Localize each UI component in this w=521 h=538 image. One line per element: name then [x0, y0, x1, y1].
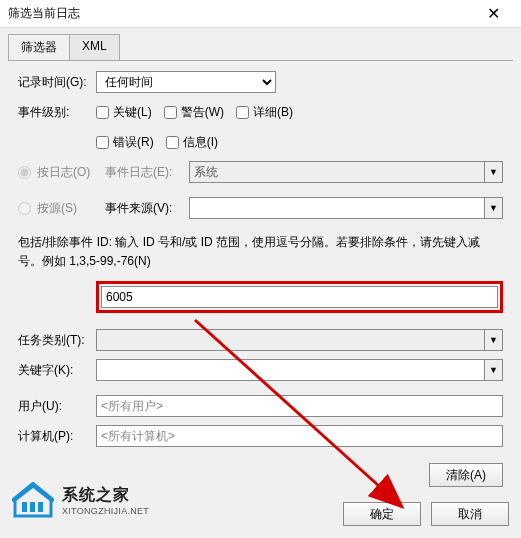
label-logged: 记录时间(G):	[18, 74, 96, 91]
task-drop-icon: ▼	[485, 329, 503, 351]
user-input[interactable]	[96, 395, 503, 417]
label-event-source: 事件来源(V):	[105, 200, 183, 217]
svg-rect-1	[30, 502, 35, 512]
logo-text-cn: 系统之家	[62, 485, 149, 506]
ok-button[interactable]: 确定	[343, 502, 421, 526]
keyword-drop-icon[interactable]: ▼	[485, 359, 503, 381]
label-level: 事件级别:	[18, 104, 96, 121]
radio-by-source	[18, 202, 31, 215]
event-id-highlight	[96, 281, 503, 313]
event-source-input[interactable]	[189, 197, 485, 219]
label-by-log: 按日志(O)	[37, 164, 99, 181]
house-icon	[12, 482, 54, 518]
label-user: 用户(U):	[18, 398, 96, 415]
radio-by-log	[18, 166, 31, 179]
svg-rect-2	[38, 502, 43, 512]
cancel-button[interactable]: 取消	[431, 502, 509, 526]
chk-error-label: 错误(R)	[113, 134, 154, 151]
chk-info[interactable]	[166, 136, 179, 149]
task-input	[96, 329, 485, 351]
label-computer: 计算机(P):	[18, 428, 96, 445]
chk-verbose[interactable]	[236, 106, 249, 119]
event-source-drop-icon[interactable]: ▼	[485, 197, 503, 219]
event-id-input[interactable]	[101, 286, 498, 308]
computer-input[interactable]	[96, 425, 503, 447]
chk-warning-label: 警告(W)	[181, 104, 224, 121]
chk-error[interactable]	[96, 136, 109, 149]
chk-verbose-label: 详细(B)	[253, 104, 293, 121]
chk-critical-label: 关键(L)	[113, 104, 152, 121]
clear-button[interactable]: 清除(A)	[429, 463, 503, 487]
event-log-input	[189, 161, 485, 183]
svg-rect-0	[22, 502, 27, 512]
label-event-log: 事件日志(E):	[105, 164, 183, 181]
event-log-drop-icon: ▼	[485, 161, 503, 183]
chk-critical[interactable]	[96, 106, 109, 119]
logged-dropdown[interactable]: 任何时间	[96, 71, 276, 93]
chk-info-label: 信息(I)	[183, 134, 218, 151]
window-title: 筛选当前日志	[8, 5, 473, 22]
id-instructions: 包括/排除事件 ID: 输入 ID 号和/或 ID 范围，使用逗号分隔。若要排除…	[18, 233, 503, 271]
watermark-logo: 系统之家 XITONGZHIJIA.NET	[12, 482, 149, 518]
chk-warning[interactable]	[164, 106, 177, 119]
tab-xml[interactable]: XML	[69, 34, 120, 60]
close-icon[interactable]: ✕	[473, 4, 513, 23]
label-by-source: 按源(S)	[37, 200, 99, 217]
label-keyword: 关键字(K):	[18, 362, 96, 379]
label-task: 任务类别(T):	[18, 332, 96, 349]
tab-filter[interactable]: 筛选器	[8, 34, 70, 60]
logo-text-en: XITONGZHIJIA.NET	[62, 506, 149, 516]
keyword-input[interactable]	[96, 359, 485, 381]
